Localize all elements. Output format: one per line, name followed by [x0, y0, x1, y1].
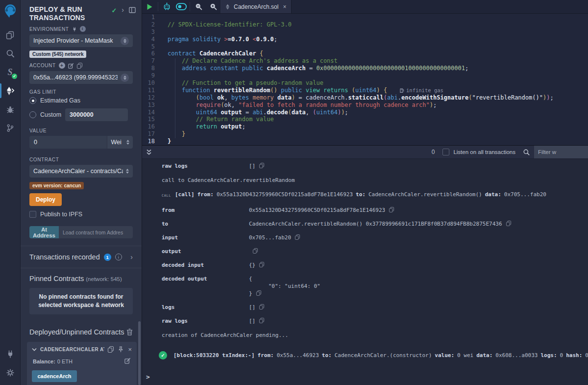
copy-icon[interactable] — [506, 221, 511, 226]
at-address-input[interactable] — [59, 226, 133, 238]
sidebar-item-debugger[interactable] — [0, 100, 20, 119]
code-line[interactable]: 10 // Function to get a pseudo-random va… — [142, 79, 588, 87]
terminal-filter-input[interactable] — [534, 146, 588, 159]
code-token: return — [196, 123, 217, 130]
code-line[interactable]: 16 return output; — [142, 123, 588, 130]
sidebar-item-git[interactable] — [0, 119, 20, 137]
tab-close-icon[interactable]: × — [283, 4, 286, 10]
tab-cadencearch-sol[interactable]: CadenceArch.sol × — [220, 0, 292, 13]
transactions-recorded-row[interactable]: Transactions recorded 1 i › — [21, 246, 142, 268]
gas-custom-text: Custom — [40, 111, 61, 118]
terminal-output[interactable]: raw logs[]call to CadenceArchCaler.rever… — [142, 159, 588, 385]
zoom-in-button[interactable] — [206, 0, 220, 13]
solidity-file-icon — [225, 4, 230, 10]
copy-account-icon[interactable] — [77, 63, 82, 69]
copy-icon[interactable] — [256, 290, 261, 296]
code-token: cadenceArch — [263, 65, 306, 72]
code-line[interactable]: 11 function revertibleRandom() public vi… — [142, 87, 588, 94]
panel-scrollbar[interactable] — [138, 321, 141, 385]
expand-terminal-chevrons-icon[interactable] — [146, 149, 152, 155]
sidebar-item-file-explorer[interactable] — [0, 26, 20, 44]
balance-label: Balance: — [33, 359, 55, 364]
code-line[interactable]: 14 uint64 output = abi.decode(data, (uin… — [142, 109, 588, 116]
listen-all-transactions-checkbox[interactable] — [442, 149, 449, 155]
gas-custom-radio[interactable] — [29, 111, 36, 118]
sidebar-item-plugin-connect[interactable] — [0, 345, 20, 363]
remix-logo[interactable] — [0, 1, 20, 22]
code-line[interactable]: 13 require(ok, "failed to fetch a random… — [142, 102, 588, 109]
clear-contracts-trash-icon[interactable] — [126, 329, 133, 335]
deploy-button[interactable]: Deploy — [29, 193, 62, 206]
collapse-chevron-icon[interactable] — [32, 348, 37, 351]
code-line[interactable]: 2// SPDX-License-Identifier: GPL-3.0 — [142, 21, 588, 28]
publish-ipfs-checkbox[interactable] — [29, 211, 36, 218]
remove-contract-icon[interactable]: × — [128, 347, 132, 353]
transactions-info-icon[interactable]: i — [115, 254, 122, 260]
log-value: CadenceArchCaler.revertibleRandom() — [368, 191, 482, 198]
contract-value: CadenceArchCaler - contracts/Cad — [33, 168, 123, 175]
gas-custom-input[interactable] — [65, 108, 128, 121]
code-token: pragma solidity — [168, 36, 224, 43]
code-line[interactable]: 4pragma solidity >=0.7.0 <0.9.0; — [142, 36, 588, 43]
environment-plug-icon[interactable] — [72, 26, 77, 32]
gas-estimated-option[interactable]: Estimated Gas — [29, 97, 133, 104]
contract-select[interactable]: CadenceArchCaler - contracts/Cad — [29, 165, 133, 178]
terminal-prompt[interactable]: > — [142, 373, 588, 381]
terminal-row-kv: raw logs[] — [142, 317, 588, 325]
fn-button-cadenceArch[interactable]: cadenceArch — [32, 370, 77, 382]
code-editor[interactable]: 12// SPDX-License-Identifier: GPL-3.034p… — [142, 14, 588, 145]
edit-balance-icon[interactable] — [124, 358, 131, 364]
code-token: // SPDX-License-Identifier: GPL-3.0 — [168, 21, 292, 28]
code-token: ) — [430, 102, 433, 108]
code-text: } — [162, 130, 185, 138]
copy-address-icon[interactable] — [108, 346, 114, 353]
terminal-row-kv: from0x55a1320D432759960C5Df0215a8dF78e1E… — [142, 206, 588, 214]
sidebar-item-settings[interactable] — [0, 363, 20, 382]
run-script-button[interactable] — [142, 0, 157, 13]
environment-select[interactable]: Injected Provider - MetaMask — [29, 34, 133, 47]
code-line[interactable]: 7 // Declare Cadence Arch's address as a… — [142, 57, 588, 65]
copy-icon[interactable] — [259, 304, 264, 309]
success-check-icon[interactable]: ✓ — [159, 351, 167, 359]
panel-chevron-right-icon[interactable]: › — [122, 7, 124, 13]
toolbar-separator — [190, 2, 190, 11]
transactions-expand-icon[interactable]: › — [130, 254, 133, 260]
terminal-search-icon[interactable] — [523, 149, 530, 155]
code-line[interactable]: 9 — [142, 72, 588, 79]
ai-copilot-toggle[interactable] — [174, 0, 189, 13]
copy-icon[interactable] — [259, 318, 264, 323]
code-line[interactable]: 8 address constant public cadenceArch = … — [142, 65, 588, 72]
copy-icon[interactable] — [253, 248, 258, 254]
code-line[interactable]: 6contract CadenceArchCaler { — [142, 50, 588, 57]
code-line[interactable]: 15 // Return random value — [142, 116, 588, 123]
contract-card-header[interactable]: CADENCEARCHCALER AT 0X × — [32, 346, 132, 353]
value-unit-select[interactable]: Wei — [107, 136, 133, 149]
panel-columns-icon[interactable] — [129, 7, 136, 13]
code-line[interactable]: 1 — [142, 14, 588, 21]
sidebar-item-solidity-compiler[interactable]: S ✓ — [0, 63, 20, 81]
copy-icon[interactable] — [295, 234, 300, 240]
create-account-icon[interactable]: + — [59, 62, 65, 69]
code-line[interactable]: 18} — [142, 138, 588, 145]
code-line[interactable]: 5 — [142, 43, 588, 51]
code-line[interactable]: 17 } — [142, 130, 588, 138]
value-input[interactable] — [29, 136, 107, 149]
environment-info-icon[interactable]: i — [80, 26, 86, 32]
zoom-out-button[interactable] — [191, 0, 206, 13]
at-address-button[interactable]: At Address — [29, 226, 59, 238]
sign-message-icon[interactable] — [68, 63, 74, 69]
copy-icon[interactable] — [259, 262, 264, 267]
code-line[interactable]: 3 — [142, 28, 588, 36]
copy-icon[interactable] — [389, 207, 394, 212]
code-line[interactable]: 12 (bool ok, bytes memory data) = cadenc… — [142, 94, 588, 102]
code-token: < — [252, 36, 256, 43]
sidebar-item-deploy-run[interactable] — [0, 81, 20, 100]
code-token: // Function to get a pseudo-random value — [168, 79, 323, 86]
ai-assistant-button[interactable] — [159, 0, 174, 13]
copy-icon[interactable] — [259, 163, 264, 168]
pin-contract-icon[interactable] — [118, 346, 123, 353]
gas-estimated-radio[interactable] — [29, 97, 36, 104]
sidebar-item-search[interactable] — [0, 44, 20, 63]
account-select[interactable]: 0x55a...46923 (999.9999453238 — [29, 71, 133, 84]
code-token: uint64 — [355, 87, 376, 94]
